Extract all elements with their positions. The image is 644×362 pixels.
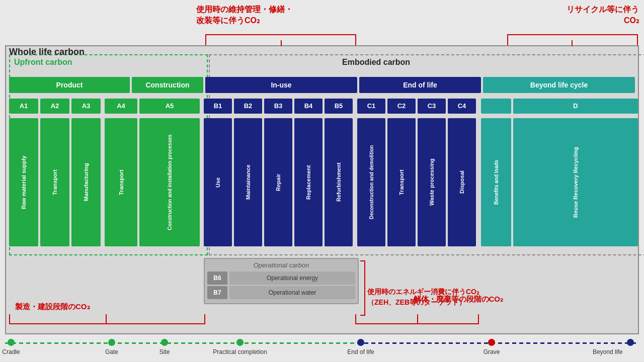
dot-beyond [627,339,634,346]
inuse-header: In-use [205,77,357,93]
vert-b5: Refurbishment [325,118,353,246]
label-site: Site [159,348,170,355]
product-header: Product [9,77,130,93]
code-b1: B1 [204,99,232,114]
label-cradle: Cradle [2,348,20,355]
main-container: 使用時の維持管理・修繕・改装等に伴うCO₂ リサイクル等に伴うCO₂ Whole… [0,0,644,362]
code-b4: B4 [294,99,323,114]
red-line-right-mid [572,40,573,46]
beyond-header: Beyond life cycle [483,77,635,93]
vert-c4: Disposal [448,118,476,246]
code-c1: C1 [357,99,385,114]
vert-c2: Transport [387,118,416,246]
top-jp-left: 使用時の維持管理・修繕・改装等に伴うCO₂ [196,4,293,27]
code-benefits [481,99,511,114]
code-a3: A3 [71,99,101,114]
label-eol: End of life [347,348,374,355]
vert-a1: Raw material supply [9,118,38,246]
upfront-title: Upfront carbon [14,58,72,67]
jp-energy-text: 使用時のエネルギー消費に伴うCO₂（ZEH、ZEB等のターゲット） [367,287,479,308]
bracket-op-right [360,260,365,316]
bracket-bottom-left [9,314,205,324]
timeline-line-blue [357,342,639,344]
code-c4: C4 [448,99,476,114]
label-beyond: Beyond life [593,348,622,355]
embodied-title: Embodied carbon [342,58,410,67]
red-line-mid [281,40,282,46]
code-d: D [513,99,638,114]
vert-b2: Maintainance [234,118,262,246]
vert-b4: Replacement [294,118,323,246]
vert-d: Reuse Recovery Recycling [513,118,638,246]
op-carbon-title: Operational carbon [207,261,355,269]
label-practical: Practical completion [213,348,267,355]
vert-a5: Construction and installation processes [139,118,200,246]
code-b2: B2 [234,99,262,114]
op-row-b7: B7 Operational water [207,286,355,299]
op-row-b6: B6 Operational energy [207,272,355,285]
code-c3: C3 [418,99,446,114]
red-bracket-top-recycle [507,34,638,45]
vert-a4: Transport [105,118,137,246]
vert-b3: Repair [264,118,292,246]
construction-header: Construction [132,77,203,93]
code-b6: B6 [207,272,227,285]
dot-gate [108,339,115,346]
vert-b1: Use [204,118,232,246]
operational-carbon-box: Operational carbon B6 Operational energy… [204,258,359,304]
dot-practical [236,339,244,346]
code-a5: A5 [139,99,200,114]
dot-cradle [8,339,15,346]
label-grave: Grave [484,348,500,355]
code-b5: B5 [325,99,353,114]
label-gate: Gate [105,348,118,355]
code-a1: A1 [9,99,38,114]
vert-a2: Transport [40,118,69,246]
vert-benefits: Benefits and loads [481,118,511,246]
vert-a3: Manufacturing [71,118,101,246]
label-b6: Operational energy [229,272,355,285]
bracket-bottom-right-line [417,314,418,324]
vert-c1: Deconstruction and demolition [357,118,385,246]
dot-grave [488,339,495,346]
jp-bottom-left: 製造・建設段階のCO₂ [15,302,90,312]
dot-site [161,339,168,346]
endoflife-header: End of life [359,77,481,93]
whole-life-title: Whole life carbon [9,47,85,57]
code-a4: A4 [105,99,137,114]
code-b3: B3 [264,99,292,114]
dot-eol [357,339,364,346]
code-c2: C2 [387,99,416,114]
label-b7: Operational water [229,286,355,299]
code-b7: B7 [207,286,227,299]
top-jp-right: リサイクル等に伴うCO₂ [567,4,639,27]
code-a2: A2 [40,99,69,114]
section-headers: Product Construction In-use End of life … [9,77,635,93]
vert-c3: Waste processing [418,118,446,246]
bracket-bottom-left-line [106,314,107,324]
timeline-line-green [5,342,357,344]
timeline: Cradle Gate Site Practical completion En… [5,335,639,358]
